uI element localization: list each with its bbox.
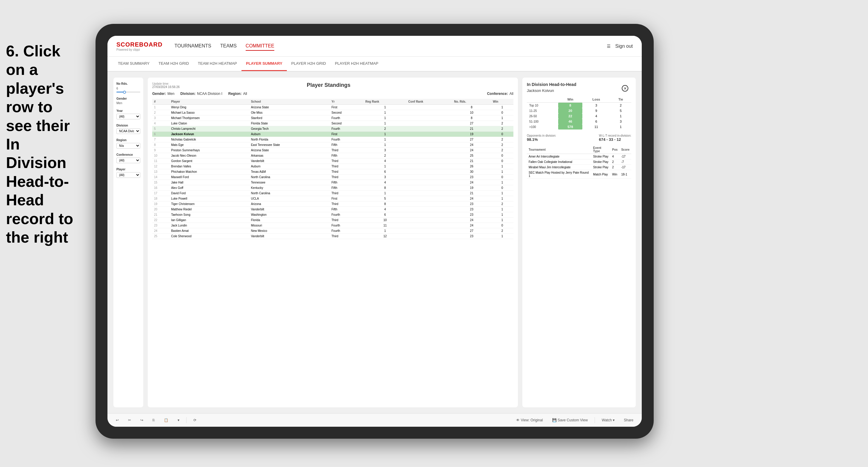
subnav-team-h2h-grid[interactable]: TEAM H2H GRID (154, 57, 193, 71)
share-btn[interactable]: Share (621, 417, 636, 424)
division-select[interactable]: NCAA Division I (116, 128, 140, 134)
tournament-table: Tournament Event Type Pos Score Amer Ari… (527, 145, 631, 179)
table-row[interactable]: 17 David Ford North Carolina Third 1 21 … (152, 191, 514, 196)
undo-btn[interactable]: ↩ (114, 417, 121, 424)
cell-win: 2 (491, 137, 514, 142)
nav-right: ☰ Sign out (607, 42, 633, 51)
cell-win: 2 (491, 142, 514, 148)
cell-rank: 22 (152, 218, 169, 223)
sign-out-btn[interactable]: Sign out (615, 42, 633, 51)
player-select[interactable]: (All) (116, 172, 140, 178)
table-row[interactable]: 22 Ian Gilligan Florida Third 10 24 1 (152, 218, 514, 223)
tourney-cell-type: Stroke Play (591, 154, 611, 159)
table-row[interactable]: 7 Nicholas Gabrelcik North Florida Fourt… (152, 137, 514, 142)
cell-player: Matthew Riedel (169, 207, 249, 212)
cell-rank: 18 (152, 196, 169, 201)
tournament-row: Fallen Oak Collegiate Invitational Strok… (527, 159, 631, 165)
subnav-team-h2h-heatmap[interactable]: TEAM H2H HEATMAP (193, 57, 242, 71)
wl-stat: W-L-T record in-division: 674 - 33 - 12 (599, 134, 631, 142)
cell-no-rds: 24 (452, 148, 491, 153)
tourney-cell-score: 18-1 (619, 170, 631, 179)
cell-player: Jackson Koivun (169, 132, 249, 137)
save-custom-btn[interactable]: 💾 Save Custom View (550, 417, 590, 424)
cell-player: Michael La Sasso (169, 110, 249, 116)
cell-player: Alex Goff (169, 185, 249, 191)
cell-conf-rank (407, 110, 452, 116)
table-row[interactable]: 10 Jacob Niec-Oleson Arkansas Fifth 2 25… (152, 153, 514, 158)
refresh-btn[interactable]: ⟳ (191, 417, 199, 424)
table-row[interactable]: 13 Phichaksn Maichon Texas A&M Third 6 3… (152, 169, 514, 175)
cell-rank: 17 (152, 191, 169, 196)
cell-no-rds: 27 (452, 137, 491, 142)
cell-no-rds: 24 (452, 196, 491, 201)
table-row[interactable]: 23 Jack Lundin Missouri Fourth 11 24 0 (152, 223, 514, 228)
table-row[interactable]: 12 Brendan Valles Auburn Third 1 26 1 (152, 164, 514, 169)
h2h-cell-win: 578 (558, 124, 582, 129)
h2h-col-rank (527, 96, 558, 103)
cell-reg-rank: 1 (364, 228, 407, 234)
cell-rank: 16 (152, 185, 169, 191)
table-row[interactable]: 20 Matthew Riedel Vanderbilt Fifth 4 23 … (152, 207, 514, 212)
sidebar-division: Division NCAA Division I (116, 124, 140, 134)
table-row[interactable]: 1 Wenyi Ding Arizona State First 1 8 1 (152, 105, 514, 110)
nav-tournaments[interactable]: TOURNAMENTS (174, 42, 211, 51)
redo-btn[interactable]: ↪ (138, 417, 146, 424)
sidebar-region: Region N/a (116, 138, 140, 149)
cell-school: New Mexico (249, 228, 330, 234)
cut-btn[interactable]: ✂ (126, 417, 133, 424)
table-row[interactable]: 4 Luke Claton Florida State Second 1 27 … (152, 121, 514, 126)
cell-conf-rank (407, 185, 452, 191)
region-select[interactable]: N/a (116, 143, 140, 149)
cell-conf-rank (407, 105, 452, 110)
table-row[interactable]: 14 Maxwell Ford North Carolina Third 3 2… (152, 175, 514, 180)
table-row[interactable]: 9 Preston Summerhays Arizona State Third… (152, 148, 514, 153)
table-row[interactable]: 24 Bastien Amat New Mexico Fourth 1 27 2 (152, 228, 514, 234)
cell-yr: Fifth (330, 180, 364, 185)
nav-bar: SCOREBOARD Powered by clippi TOURNAMENTS… (107, 36, 642, 57)
table-row[interactable]: 15 Jake Hall Tennessee Fifth 4 24 1 (152, 180, 514, 185)
table-row[interactable]: 21 Taehoon Song Washington Fourth 6 23 1 (152, 212, 514, 218)
cell-yr: Fourth (330, 223, 364, 228)
table-row[interactable]: 6 Jackson Koivun Auburn First 1 19 0 (152, 132, 514, 137)
cell-yr: Third (330, 201, 364, 207)
cell-rank: 10 (152, 153, 169, 158)
cell-player: Luke Claton (169, 121, 249, 126)
cell-school: North Carolina (249, 175, 330, 180)
cell-school: Auburn (249, 164, 330, 169)
table-row[interactable]: 11 Gordon Sargent Vanderbilt Third 4 21 … (152, 158, 514, 164)
copy-btn[interactable]: ⎘ (150, 417, 157, 424)
table-row[interactable]: 5 Christo Lamprecht Georgia Tech Fourth … (152, 126, 514, 132)
cell-reg-rank: 2 (364, 153, 407, 158)
nav-committee[interactable]: COMMITTEE (246, 42, 274, 51)
paste-btn[interactable]: 📋 (161, 417, 171, 424)
cell-yr: Second (330, 110, 364, 116)
nav-teams[interactable]: TEAMS (220, 42, 237, 51)
cell-win: 2 (491, 148, 514, 153)
more-btn[interactable]: ▾ (175, 417, 182, 424)
table-row[interactable]: 2 Michael La Sasso Ole Miss Second 1 10 … (152, 110, 514, 116)
table-row[interactable]: 18 Luke Powell UCLA First 5 24 1 (152, 196, 514, 201)
cell-yr: First (330, 196, 364, 201)
no-rds-slider[interactable] (116, 92, 140, 93)
table-row[interactable]: 25 Cole Sherwood Vanderbilt Third 12 23 … (152, 234, 514, 239)
h2h-row: 11-25 20 9 5 (527, 108, 631, 114)
table-row[interactable]: 19 Tiger Christensen Arizona Third 8 23 … (152, 201, 514, 207)
table-row[interactable]: 8 Mats Ege East Tennessee State Fifth 1 … (152, 142, 514, 148)
table-row[interactable]: 3 Michael Thorbjornsen Stanford Fourth 1… (152, 116, 514, 121)
nav-icon: ☰ (607, 44, 611, 49)
cell-reg-rank: 1 (364, 116, 407, 121)
cell-no-rds: 23 (452, 234, 491, 239)
subnav-player-h2h-heatmap[interactable]: PLAYER H2H HEATMAP (331, 57, 383, 71)
watch-btn[interactable]: Watch ▾ (599, 417, 617, 424)
view-original-btn[interactable]: 👁 View: Original (514, 417, 545, 424)
table-row[interactable]: 16 Alex Goff Kentucky Fifth 8 19 0 (152, 185, 514, 191)
cell-rank: 1 (152, 105, 169, 110)
year-select[interactable]: (All) (116, 114, 140, 119)
h2h-panel: In Division Head-to-Head Jackson Koivun … (522, 77, 636, 407)
h2h-close-btn[interactable]: ✕ (622, 85, 628, 92)
subnav-player-summary[interactable]: PLAYER SUMMARY (242, 57, 287, 71)
conference-select[interactable]: (All) (116, 158, 140, 163)
cell-no-rds: 8 (452, 116, 491, 121)
subnav-player-h2h-grid[interactable]: PLAYER H2H GRID (287, 57, 331, 71)
subnav-team-summary[interactable]: TEAM SUMMARY (114, 57, 154, 71)
